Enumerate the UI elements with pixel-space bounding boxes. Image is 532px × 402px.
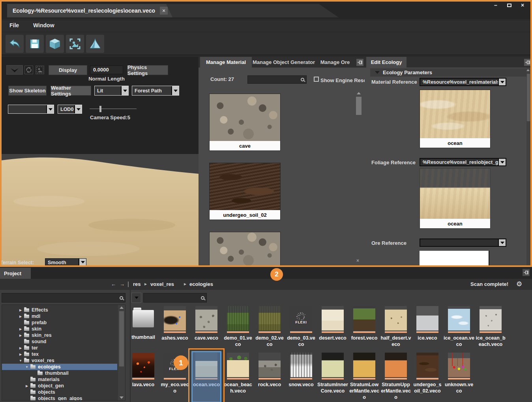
tree-item-voxel-res[interactable]: voxel_res [2,357,117,364]
scroll-up-icon[interactable] [120,306,124,309]
ore-ref-preview[interactable] [420,251,489,265]
file-item[interactable]: ice_ocean_beach.veco [475,306,506,348]
expander-icon[interactable] [18,308,23,312]
file-item[interactable]: FLEXI demo_03.veco [285,306,317,348]
chevron-down-icon[interactable] [171,86,179,95]
chevron-down-icon[interactable] [498,79,506,85]
tree-item-sound[interactable]: sound [2,338,117,345]
file-item-selected[interactable]: ocean.veco [191,353,222,400]
tree-item-ter[interactable]: ter [2,345,117,351]
file-item[interactable]: demo_02.veco [254,306,285,348]
tab-manage-material[interactable]: Manage Material [200,57,252,68]
ecology-scrollbar[interactable] [526,68,530,265]
tree-item-mdl[interactable]: mdl [2,313,117,319]
show-skeleton-button[interactable]: Show Skeleton [8,86,47,96]
file-item[interactable]: lava.veco [127,353,159,400]
close-button[interactable]: × [517,2,528,9]
file-item[interactable]: half_desert.veco [380,306,412,348]
foliage-ref-preview[interactable]: ocean [420,168,491,229]
tree-item-skin-res[interactable]: skin_res [2,332,117,338]
scroll-down-icon[interactable] [120,396,124,399]
tree-item-materials[interactable]: materials [2,376,117,383]
collapse-icon[interactable] [375,71,380,74]
expander-icon[interactable] [24,384,30,388]
scroll-up-icon[interactable] [357,92,361,94]
scrollbar-thumb[interactable] [527,74,530,121]
display-button[interactable]: Display [49,65,87,75]
cube-button[interactable] [46,35,64,53]
file-item[interactable]: unknown.veco [443,353,475,400]
expander-icon[interactable] [18,334,23,337]
breadcrumb-ecologies[interactable]: ecologies [189,281,213,287]
tab-manage-object-generator[interactable]: Manage Object Generator [252,57,316,68]
material-item[interactable] [209,232,281,265]
tab-manage-ore[interactable]: Manage Ore [316,57,354,68]
chevron-down-icon[interactable] [498,239,506,246]
file-item[interactable]: snow.veco [285,353,317,400]
tree-item-thumbnail[interactable]: thumbnail [2,370,117,376]
expander-icon[interactable] [18,315,23,318]
nav-back-icon[interactable]: ← [111,281,116,287]
material-ref-preview[interactable]: ocean [420,90,491,148]
camera-speed-slider[interactable] [90,105,137,113]
weather-settings-button[interactable]: Weather Settings [51,86,91,96]
file-search-input[interactable] [143,293,207,302]
maximize-button[interactable] [504,2,515,9]
normal-length-input[interactable]: 0.0000 [90,66,123,74]
menu-file[interactable]: File [9,22,19,28]
snapshot-button[interactable] [66,35,84,53]
tree-item-objects-gen-algos[interactable]: objects_gen_algos [2,395,117,401]
expander-icon[interactable] [18,327,23,331]
breadcrumb-voxel-res[interactable]: voxel_res [150,281,174,287]
tab-close-icon[interactable]: × [160,7,168,15]
file-item[interactable]: cave.veco [191,306,222,348]
tree-item-effects[interactable]: Effects [2,307,117,313]
path-dropdown[interactable]: Forest Path [132,86,179,96]
tree-item-prefab[interactable]: prefab [2,319,117,326]
tree-search-input[interactable] [2,293,126,302]
material-search-input[interactable] [247,75,307,84]
chevron-down-icon[interactable] [498,159,506,165]
undo-button[interactable] [6,35,24,53]
chevron-down-icon[interactable] [132,293,141,302]
foliage-reference-dropdown[interactable]: %Resource%voxel_res\object_ge [420,158,506,166]
chevron-down-icon[interactable] [74,105,82,113]
tree-item-skin[interactable]: skin [2,326,117,332]
file-item[interactable]: desert.veco [317,306,348,348]
view-mode-button[interactable] [6,65,23,75]
file-item[interactable]: StratumUpperMantle.veco [380,353,412,400]
show-engine-checkbox[interactable] [314,77,319,82]
terrain-3d-view[interactable] [2,154,199,265]
pin-icon[interactable] [356,59,363,66]
document-tab[interactable]: Ecology-%Resource%voxel_res\ecologies\oc… [7,4,172,17]
scroll-up-icon[interactable] [526,69,530,71]
ecology-parameters-header[interactable]: Ecology Parameters [370,68,526,77]
skeleton-dropdown[interactable] [8,105,54,114]
tab-project[interactable]: Project [0,268,31,279]
gear-icon[interactable]: ⚙ [516,280,522,288]
chevron-down-icon[interactable] [46,105,54,113]
file-item[interactable]: undergeo_soil_02.veco [412,353,443,400]
file-item[interactable]: ice.veco [412,306,443,348]
nav-forward-icon[interactable]: → [120,281,125,287]
tree-item-object-gen[interactable]: object_gen [2,383,117,389]
expander-icon[interactable] [18,353,23,356]
refresh-button[interactable] [24,66,33,74]
pin-icon[interactable] [524,59,531,66]
scroll-close-icon[interactable]: × [356,258,359,263]
tab-edit-ecology[interactable]: Edit Ecology [366,57,406,68]
file-item[interactable]: StratumLowerMantle.veco [348,353,380,400]
scrollbar-thumb[interactable] [356,97,362,115]
tree-item-tex[interactable]: tex [2,351,117,357]
minimize-button[interactable]: – [490,2,501,9]
lod-dropdown[interactable]: LOD0 [58,105,82,114]
material-item[interactable]: undergeo_soil_02 [209,163,281,220]
material-item[interactable]: cave [209,94,281,151]
expander-icon[interactable] [24,365,30,369]
file-item[interactable]: StratumInnerCore.veco [317,353,348,400]
material-reference-dropdown[interactable]: %Resource%voxel_res\materials [420,78,506,86]
expander-icon[interactable] [18,359,23,363]
file-item[interactable]: rock.veco [254,353,285,400]
file-item[interactable]: demo_01.veco [222,306,254,348]
material-scrollbar[interactable]: × [355,90,363,265]
